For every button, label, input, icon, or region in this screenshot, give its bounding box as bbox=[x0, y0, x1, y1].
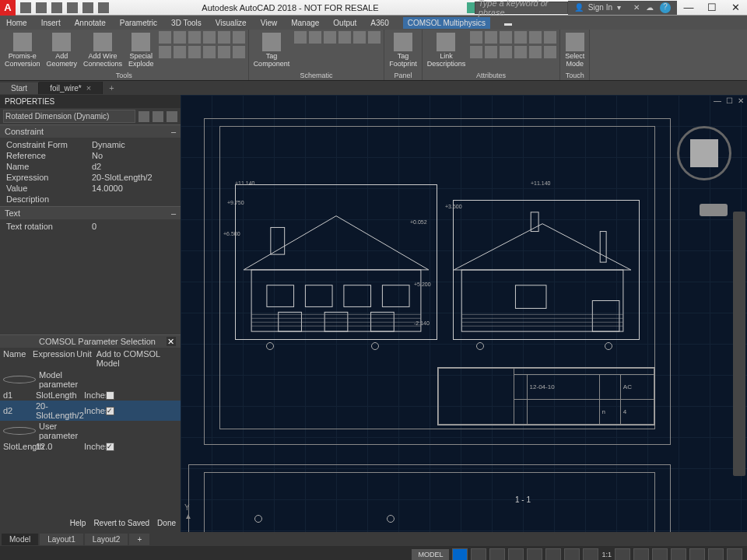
viewcube[interactable] bbox=[677, 126, 731, 180]
menu-home[interactable]: Home bbox=[6, 19, 27, 27]
menu-3dtools[interactable]: 3D Tools bbox=[171, 19, 202, 27]
small-tool-icon[interactable] bbox=[485, 46, 497, 58]
small-tool-icon[interactable] bbox=[233, 46, 245, 58]
pickadd-icon[interactable] bbox=[153, 111, 163, 122]
cleanscreen-icon[interactable] bbox=[708, 548, 724, 560]
small-tool-icon[interactable] bbox=[309, 31, 321, 44]
small-tool-icon[interactable] bbox=[233, 31, 245, 44]
qat-undo-icon[interactable] bbox=[67, 2, 78, 13]
small-tool-icon[interactable] bbox=[203, 31, 216, 44]
help-icon[interactable]: ? bbox=[660, 2, 671, 13]
doctab-Start[interactable]: Start bbox=[0, 82, 39, 94]
doctab-foil_wire[interactable]: foil_wire*× bbox=[39, 82, 103, 94]
menu-view[interactable]: View bbox=[261, 19, 278, 27]
search-input[interactable]: Type a keyword or phrase bbox=[475, 2, 568, 14]
close-button[interactable]: ✕ bbox=[724, 0, 747, 16]
tab-add-button[interactable]: + bbox=[103, 83, 120, 93]
radio-icon[interactable] bbox=[3, 376, 36, 383]
arrow-icon[interactable] bbox=[467, 2, 475, 13]
workspace-icon[interactable] bbox=[633, 548, 649, 560]
modeltab-layout1[interactable]: Layout1 bbox=[40, 534, 83, 545]
exchange-icon[interactable]: ✕ bbox=[633, 3, 640, 12]
modeltab-layout2[interactable]: Layout2 bbox=[85, 534, 128, 545]
checkbox[interactable] bbox=[106, 407, 114, 415]
tab-close-icon[interactable]: × bbox=[86, 83, 91, 93]
model-mode-button[interactable]: MODEL bbox=[412, 549, 449, 560]
object-type-select[interactable]: Rotated Dimension (Dynamic) bbox=[3, 110, 135, 123]
lineweight-icon[interactable] bbox=[564, 548, 580, 560]
small-tool-icon[interactable] bbox=[353, 31, 366, 44]
vp-min-icon[interactable]: — bbox=[713, 96, 722, 106]
param-row-d1[interactable]: d1SlotLengthInches bbox=[0, 390, 181, 401]
osnap-icon[interactable] bbox=[527, 548, 542, 560]
small-tool-icon[interactable] bbox=[368, 31, 381, 44]
ribbon-add-geometry-button[interactable]: AddGeometry bbox=[45, 31, 79, 70]
nav-button[interactable] bbox=[700, 204, 728, 216]
small-tool-icon[interactable] bbox=[174, 31, 186, 44]
menu-a360[interactable]: A360 bbox=[370, 19, 388, 27]
model-param-row[interactable]: Model parameter bbox=[0, 369, 181, 390]
help-button[interactable]: Help bbox=[70, 519, 86, 527]
small-tool-icon[interactable] bbox=[544, 46, 556, 58]
ortho-icon[interactable] bbox=[489, 548, 505, 560]
menu-insert[interactable]: Insert bbox=[41, 19, 61, 27]
maximize-button[interactable]: ☐ bbox=[700, 0, 724, 16]
prop-row[interactable]: Text rotation0 bbox=[0, 221, 181, 232]
param-row-d2[interactable]: d220-SlotLength/2Inches bbox=[0, 401, 181, 421]
small-tool-icon[interactable] bbox=[159, 46, 171, 58]
qat-redo-icon[interactable] bbox=[82, 2, 93, 13]
small-tool-icon[interactable] bbox=[470, 46, 482, 58]
small-tool-icon[interactable] bbox=[544, 31, 556, 44]
small-tool-icon[interactable] bbox=[218, 31, 230, 44]
prop-row[interactable]: Description bbox=[0, 194, 181, 205]
prop-row[interactable]: Named2 bbox=[0, 161, 181, 172]
user-param-row[interactable]: User parameter bbox=[0, 421, 181, 441]
vp-close-icon[interactable]: ✕ bbox=[736, 96, 745, 106]
grid-icon[interactable] bbox=[452, 548, 468, 560]
small-tool-icon[interactable] bbox=[529, 31, 542, 44]
checkbox[interactable] bbox=[106, 443, 114, 451]
monitor-icon[interactable] bbox=[652, 548, 668, 560]
menu-comsolmultiphysics[interactable]: COMSOL Multiphysics bbox=[403, 17, 490, 29]
qat-new-icon[interactable] bbox=[20, 2, 31, 13]
menu-manage[interactable]: Manage bbox=[291, 19, 319, 27]
ribbon-tag-footprint-button[interactable]: TagFootprint bbox=[388, 31, 419, 70]
menu-annotate[interactable]: Annotate bbox=[75, 19, 106, 27]
userparam-row-SlotLength[interactable]: SlotLength12.0Inches bbox=[0, 441, 181, 452]
navbar-right[interactable] bbox=[733, 212, 745, 476]
small-tool-icon[interactable] bbox=[529, 46, 542, 58]
menu-parametric[interactable]: Parametric bbox=[120, 19, 157, 27]
ribbon-select-mode-button[interactable]: SelectMode bbox=[563, 31, 586, 70]
radio-icon[interactable] bbox=[3, 427, 36, 435]
prop-row[interactable]: Constraint FormDynamic bbox=[0, 139, 181, 150]
polar-icon[interactable] bbox=[508, 548, 524, 560]
customize-icon[interactable] bbox=[727, 548, 742, 560]
small-tool-icon[interactable] bbox=[174, 46, 186, 58]
small-tool-icon[interactable] bbox=[159, 31, 171, 44]
qat-open-icon[interactable] bbox=[36, 2, 47, 13]
signin-button[interactable]: 👤 Sign In ▾ bbox=[568, 1, 627, 15]
ribbon-link-descriptions-button[interactable]: LinkDescriptions bbox=[426, 31, 468, 70]
prop-row[interactable]: Value14.0000 bbox=[0, 183, 181, 194]
section-constraint[interactable]: Constraint– bbox=[0, 124, 181, 138]
app-logo[interactable]: A bbox=[0, 0, 16, 16]
qat-save-icon[interactable] bbox=[51, 2, 62, 13]
snap-icon[interactable] bbox=[471, 548, 486, 560]
ribbon-collapse-icon[interactable]: ▬ bbox=[504, 19, 512, 27]
checkbox[interactable] bbox=[106, 391, 114, 400]
small-tool-icon[interactable] bbox=[514, 46, 527, 58]
done-button[interactable]: Done bbox=[157, 519, 176, 527]
small-tool-icon[interactable] bbox=[218, 46, 230, 58]
small-tool-icon[interactable] bbox=[338, 31, 351, 44]
qat-print-icon[interactable] bbox=[98, 2, 109, 13]
small-tool-icon[interactable] bbox=[188, 31, 201, 44]
isolate-icon[interactable] bbox=[671, 548, 686, 560]
section-text[interactable]: Text– bbox=[0, 206, 181, 219]
modeltab-add-button[interactable]: + bbox=[129, 534, 149, 545]
small-tool-icon[interactable] bbox=[324, 31, 336, 44]
ribbon-tag-component-button[interactable]: TagComponent bbox=[252, 31, 292, 70]
small-tool-icon[interactable] bbox=[203, 46, 216, 58]
otrack-icon[interactable] bbox=[545, 548, 561, 560]
selectobjects-icon[interactable] bbox=[167, 111, 177, 122]
modeltab-model[interactable]: Model bbox=[2, 534, 38, 545]
